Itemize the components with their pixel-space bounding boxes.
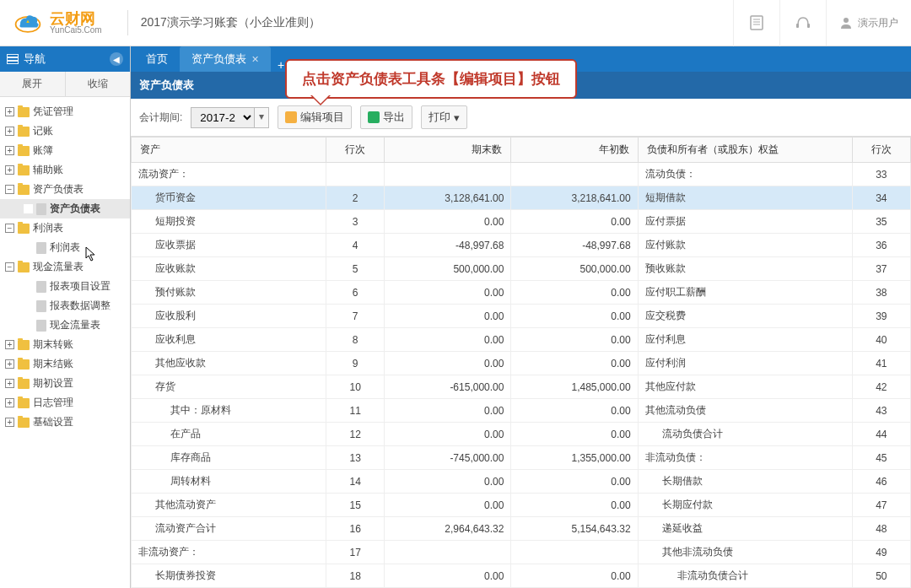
tree-item[interactable]: −利润表 bbox=[0, 218, 130, 238]
begin-cell: 1,485,000.00 bbox=[511, 375, 638, 399]
liab-cell: 其他应付款 bbox=[645, 380, 696, 392]
print-button[interactable]: 打印 ▾ bbox=[421, 105, 467, 129]
tree-item[interactable]: +账簿 bbox=[0, 141, 130, 160]
table-row[interactable]: 应收账款5500,000.00500,000.00预收账款37 bbox=[132, 257, 911, 281]
header-user[interactable]: 演示用户 bbox=[826, 0, 911, 46]
tree-item[interactable]: +期初设置 bbox=[0, 374, 130, 393]
expand-icon[interactable]: + bbox=[5, 107, 14, 116]
tree-item[interactable]: −资产负债表 bbox=[0, 180, 130, 199]
tree-spacer bbox=[24, 204, 33, 213]
collapse-icon[interactable]: − bbox=[5, 185, 14, 194]
expand-icon[interactable]: + bbox=[5, 146, 14, 155]
tree-item[interactable]: 报表数据调整 bbox=[0, 296, 130, 316]
tree-item[interactable]: 报表项目设置 bbox=[0, 277, 130, 296]
end-cell: -48,997.68 bbox=[385, 234, 511, 257]
table-row[interactable]: 应收票据4-48,997.68-48,997.68应付账款36 bbox=[132, 234, 911, 257]
asset-cell: 短期投资 bbox=[138, 214, 196, 229]
end-cell: 0.00 bbox=[385, 564, 511, 588]
table-row[interactable]: 在产品120.000.00流动负债合计44 bbox=[132, 423, 911, 446]
line1-cell: 15 bbox=[326, 494, 385, 517]
expand-icon[interactable]: + bbox=[5, 418, 14, 427]
tab[interactable]: 首页 bbox=[134, 46, 180, 72]
tree-item-label: 资产负债表 bbox=[50, 202, 100, 216]
table-row[interactable]: 其他应收款90.000.00应付利润41 bbox=[132, 352, 911, 375]
header-doc-button[interactable] bbox=[733, 0, 779, 46]
sidebar-header: 导航 ◀ bbox=[0, 46, 130, 72]
table-row[interactable]: 货币资金23,128,641.003,218,641.00短期借款34 bbox=[132, 186, 911, 210]
line1-cell: 3 bbox=[326, 210, 385, 234]
table-row[interactable]: 非流动资产：17其他非流动负债49 bbox=[132, 541, 911, 564]
table-container[interactable]: 资产 行次 期末数 年初数 负债和所有者（或股东）权益 行次 流动资产：流动负债… bbox=[131, 137, 911, 588]
tree-item[interactable]: 利润表 bbox=[0, 238, 130, 257]
expand-icon[interactable]: + bbox=[5, 398, 14, 407]
line1-cell: 18 bbox=[326, 564, 385, 588]
expand-icon[interactable]: + bbox=[5, 359, 14, 369]
col-line1: 行次 bbox=[326, 138, 385, 163]
table-row[interactable]: 流动资产：流动负债：33 bbox=[132, 163, 911, 186]
table-row[interactable]: 周转材料140.000.00长期借款46 bbox=[132, 470, 911, 494]
collapse-all-button[interactable]: 收缩 bbox=[66, 72, 131, 96]
tree-item[interactable]: +期末转账 bbox=[0, 335, 130, 354]
liab-cell: 非流动负债： bbox=[645, 451, 706, 463]
begin-cell: 0.00 bbox=[511, 423, 638, 446]
line2-cell: 49 bbox=[852, 541, 910, 564]
tree-item[interactable]: 资产负债表 bbox=[0, 199, 130, 218]
tree-item[interactable]: +辅助账 bbox=[0, 160, 130, 180]
begin-cell: 0.00 bbox=[511, 281, 638, 305]
expand-icon[interactable]: + bbox=[5, 379, 14, 388]
begin-cell: 3,218,641.00 bbox=[511, 186, 638, 210]
line1-cell: 4 bbox=[326, 234, 385, 257]
line2-cell: 34 bbox=[852, 186, 910, 210]
logo[interactable]: 云财网 YunCai5.Com bbox=[0, 8, 115, 38]
tree-item[interactable]: +期末结账 bbox=[0, 354, 130, 374]
table-row[interactable]: 其中：原材料110.000.00其他流动负债43 bbox=[132, 399, 911, 423]
expand-icon[interactable]: + bbox=[5, 340, 14, 349]
table-row[interactable]: 存货10-615,000.001,485,000.00其他应付款42 bbox=[132, 375, 911, 399]
line1-cell: 14 bbox=[326, 470, 385, 494]
tab[interactable]: 资产负债表✕ bbox=[180, 46, 271, 72]
begin-cell: 1,355,000.00 bbox=[511, 446, 638, 470]
table-row[interactable]: 长期债券投资180.000.00非流动负债合计50 bbox=[132, 564, 911, 588]
expand-icon[interactable]: + bbox=[5, 165, 14, 175]
expand-all-button[interactable]: 展开 bbox=[0, 72, 66, 96]
asset-cell: 应收利息 bbox=[138, 332, 196, 347]
liab-cell: 短期借款 bbox=[645, 192, 686, 203]
collapse-icon[interactable]: − bbox=[5, 262, 14, 272]
liab-cell: 递延收益 bbox=[645, 521, 703, 536]
folder-icon bbox=[18, 340, 30, 350]
collapse-icon[interactable]: − bbox=[5, 224, 14, 233]
line1-cell: 9 bbox=[326, 352, 385, 375]
table-row[interactable]: 流动资产合计162,964,643.325,154,643.32递延收益48 bbox=[132, 517, 911, 541]
tab-label: 资产负债表 bbox=[191, 52, 246, 65]
tree-item[interactable]: +记账 bbox=[0, 121, 130, 141]
liab-cell: 长期借款 bbox=[645, 474, 703, 488]
sidebar-collapse-button[interactable]: ◀ bbox=[110, 52, 123, 66]
toolbar: 会计期间: 2017-2 ▾ 编辑项目 导出 打印 ▾ bbox=[131, 99, 911, 137]
tree-item[interactable]: +基础设置 bbox=[0, 413, 130, 432]
tree-item-label: 期末结账 bbox=[33, 357, 73, 371]
table-row[interactable]: 短期投资30.000.00应付票据35 bbox=[132, 210, 911, 234]
table-row[interactable]: 应收股利70.000.00应交税费39 bbox=[132, 305, 911, 328]
table-row[interactable]: 库存商品13-745,000.001,355,000.00非流动负债：45 bbox=[132, 446, 911, 470]
begin-cell: 500,000.00 bbox=[511, 257, 638, 281]
begin-cell: 0.00 bbox=[511, 210, 638, 234]
begin-cell: 0.00 bbox=[511, 328, 638, 352]
export-icon bbox=[368, 111, 380, 123]
tree-item[interactable]: −现金流量表 bbox=[0, 257, 130, 277]
period-select[interactable]: 2017-2 bbox=[191, 107, 255, 128]
close-icon[interactable]: ✕ bbox=[251, 54, 259, 64]
export-button[interactable]: 导出 bbox=[360, 105, 412, 129]
user-label: 演示用户 bbox=[858, 16, 898, 30]
tree-item[interactable]: +日志管理 bbox=[0, 393, 130, 413]
table-row[interactable]: 应收利息80.000.00应付利息40 bbox=[132, 328, 911, 352]
tree-item-label: 凭证管理 bbox=[33, 105, 73, 119]
header-support-button[interactable] bbox=[779, 0, 826, 46]
table-row[interactable]: 其他流动资产150.000.00长期应付款47 bbox=[132, 494, 911, 517]
folder-icon bbox=[18, 224, 30, 234]
tree-item[interactable]: 现金流量表 bbox=[0, 316, 130, 335]
asset-cell: 应收账款 bbox=[138, 262, 196, 276]
period-dropdown-icon[interactable]: ▾ bbox=[255, 107, 269, 128]
expand-icon[interactable]: + bbox=[5, 127, 14, 136]
table-row[interactable]: 预付账款60.000.00应付职工薪酬38 bbox=[132, 281, 911, 305]
tree-item[interactable]: +凭证管理 bbox=[0, 102, 130, 121]
